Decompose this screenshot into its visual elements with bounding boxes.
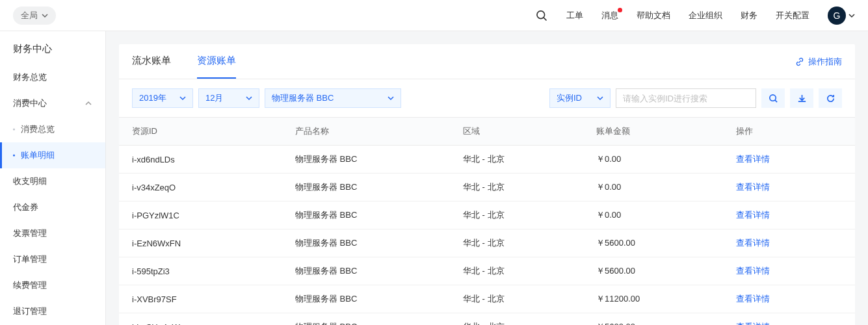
table-row: i-595tpZi3物理服务器 BBC华北 - 北京￥5600.00查看详情 (119, 257, 855, 285)
download-icon (797, 94, 807, 103)
chevron-down-icon (246, 95, 252, 101)
cell-amount: ￥5600.00 (586, 313, 726, 326)
cell-region: 华北 - 北京 (453, 202, 586, 229)
chevron-down-icon (848, 12, 855, 19)
top-nav: 工单 消息 帮助文档 企业组织 财务 开关配置 G (535, 6, 855, 25)
resource-bill-table: 资源ID 产品名称 区域 账单金额 操作 i-xd6ndLDs物理服务器 BBC… (119, 117, 855, 325)
cell-amount: ￥11200.00 (586, 285, 726, 313)
instance-search-input[interactable] (616, 88, 756, 108)
product-select-value: 物理服务器 BBC (272, 92, 334, 104)
tab-flow-bill[interactable]: 流水账单 (132, 44, 171, 79)
view-detail-link[interactable]: 查看详情 (726, 285, 855, 313)
sidebar-item-invoice[interactable]: 发票管理 (0, 220, 105, 246)
sidebar-item-unsubscribe[interactable]: 退订管理 (0, 298, 105, 324)
sidebar-title: 财务中心 (0, 31, 105, 64)
year-select[interactable]: 2019年 (132, 88, 193, 108)
global-search-button[interactable] (535, 9, 548, 22)
sidebar-item-bill-detail[interactable]: 账单明细 (0, 142, 105, 168)
cell-region: 华北 - 北京 (453, 229, 586, 257)
nav-message[interactable]: 消息 (601, 10, 618, 21)
nav-message-label: 消息 (601, 10, 618, 20)
cell-amount: ￥0.00 (586, 174, 726, 202)
sidebar-item-order[interactable]: 订单管理 (0, 246, 105, 272)
svg-line-3 (774, 99, 776, 101)
view-detail-link[interactable]: 查看详情 (726, 257, 855, 285)
cell-region: 华北 - 北京 (453, 146, 586, 174)
chevron-down-icon (388, 95, 394, 101)
cell-product: 物理服务器 BBC (285, 202, 453, 229)
cell-resource-id: i-595tpZi3 (119, 257, 285, 285)
global-scope-label: 全局 (21, 10, 38, 21)
download-button[interactable] (790, 88, 813, 108)
refresh-icon (826, 94, 835, 103)
table-row: i-PGYzlW1C物理服务器 BBC华北 - 北京￥0.00查看详情 (119, 202, 855, 229)
month-select[interactable]: 12月 (198, 88, 259, 108)
sidebar-item-consume-center[interactable]: 消费中心 (0, 90, 105, 116)
cell-product: 物理服务器 BBC (285, 146, 453, 174)
view-detail-link[interactable]: 查看详情 (726, 313, 855, 326)
nav-switch[interactable]: 开关配置 (776, 10, 809, 21)
content-card: 流水账单 资源账单 操作指南 2019年 12月 (119, 44, 855, 325)
cell-product: 物理服务器 BBC (285, 285, 453, 313)
year-select-value: 2019年 (139, 92, 166, 104)
view-detail-link[interactable]: 查看详情 (726, 146, 855, 174)
table-header-row: 资源ID 产品名称 区域 账单金额 操作 (119, 118, 855, 146)
nav-help[interactable]: 帮助文档 (637, 10, 670, 21)
th-resource-id: 资源ID (119, 118, 285, 146)
cell-amount: ￥0.00 (586, 146, 726, 174)
link-icon (795, 57, 804, 66)
sidebar-item-overview[interactable]: 财务总览 (0, 64, 105, 90)
view-detail-link[interactable]: 查看详情 (726, 229, 855, 257)
guide-link-label: 操作指南 (808, 56, 842, 68)
cell-amount: ￥0.00 (586, 202, 726, 229)
operation-guide-link[interactable]: 操作指南 (795, 56, 842, 68)
top-header: 全局 工单 消息 帮助文档 企业组织 财务 开关配置 G (0, 0, 868, 31)
sidebar-item-income-expense[interactable]: 收支明细 (0, 168, 105, 194)
chevron-up-icon (85, 99, 92, 107)
search-icon (769, 94, 778, 103)
sidebar: 财务中心 财务总览 消费中心 消费总览 账单明细 收支明细 代金券 发票管理 订… (0, 31, 106, 325)
sidebar-item-renewal[interactable]: 续费管理 (0, 272, 105, 298)
nav-workorder[interactable]: 工单 (566, 10, 583, 21)
nav-finance[interactable]: 财务 (741, 10, 757, 21)
main-content: 流水账单 资源账单 操作指南 2019年 12月 (106, 31, 868, 325)
filters-row: 2019年 12月 物理服务器 BBC 实例ID (119, 79, 855, 117)
cell-resource-id: i-v34xZeqO (119, 174, 285, 202)
user-menu[interactable]: G (828, 6, 855, 25)
chevron-down-icon (179, 95, 186, 101)
table-row: i-xd6ndLDs物理服务器 BBC华北 - 北京￥0.00查看详情 (119, 146, 855, 174)
table-row: i-hnSUg4aW物理服务器 BBC华北 - 北京￥5600.00查看详情 (119, 313, 855, 326)
cell-region: 华北 - 北京 (453, 257, 586, 285)
search-button[interactable] (761, 88, 785, 108)
tab-resource-bill[interactable]: 资源账单 (197, 44, 236, 79)
chevron-down-icon (42, 12, 48, 19)
svg-line-1 (544, 17, 547, 20)
th-action: 操作 (726, 118, 855, 146)
cell-amount: ￥5600.00 (586, 257, 726, 285)
th-region: 区域 (453, 118, 586, 146)
avatar: G (828, 6, 846, 25)
global-scope-dropdown[interactable]: 全局 (13, 6, 56, 25)
cell-product: 物理服务器 BBC (285, 313, 453, 326)
nav-org[interactable]: 企业组织 (689, 10, 722, 21)
tabs-row: 流水账单 资源账单 操作指南 (119, 44, 855, 79)
view-detail-link[interactable]: 查看详情 (726, 174, 855, 202)
product-select[interactable]: 物理服务器 BBC (265, 88, 401, 108)
cell-region: 华北 - 北京 (453, 313, 586, 326)
month-select-value: 12月 (205, 92, 223, 104)
search-icon (535, 9, 548, 22)
th-product: 产品名称 (285, 118, 453, 146)
cell-product: 物理服务器 BBC (285, 174, 453, 202)
view-detail-link[interactable]: 查看详情 (726, 202, 855, 229)
sidebar-item-consume-overview[interactable]: 消费总览 (0, 116, 105, 142)
cell-resource-id: i-xd6ndLDs (119, 146, 285, 174)
cell-resource-id: i-XVBr97SF (119, 285, 285, 313)
sidebar-item-voucher[interactable]: 代金券 (0, 194, 105, 220)
refresh-button[interactable] (819, 88, 842, 108)
id-type-select[interactable]: 实例ID (549, 88, 611, 108)
cell-region: 华北 - 北京 (453, 174, 586, 202)
chevron-down-icon (597, 95, 603, 101)
notification-dot-icon (618, 8, 622, 12)
th-amount: 账单金额 (586, 118, 726, 146)
cell-product: 物理服务器 BBC (285, 229, 453, 257)
